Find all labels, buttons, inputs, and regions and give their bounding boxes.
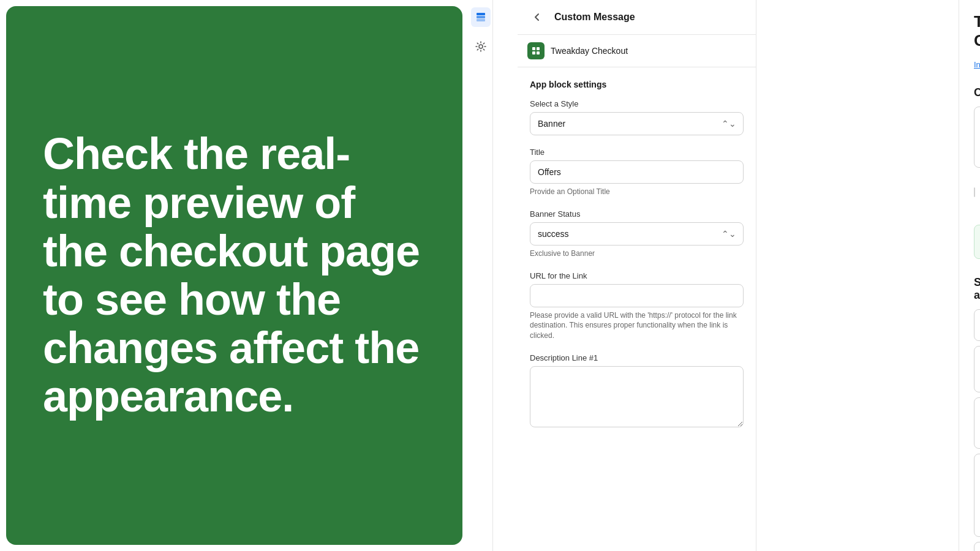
toolbar-title: Custom Message (554, 12, 635, 23)
offers-banner: ✓ Offers (974, 225, 980, 259)
style-select[interactable]: Banner Inline Popup (530, 112, 744, 135)
desc-label: Description Line #1 (530, 353, 744, 362)
title-hint: Provide an Optional Title (530, 187, 744, 197)
database-icon[interactable] (471, 7, 491, 27)
settings-panel: Custom Message Tweakday Checkout App blo… (518, 0, 756, 551)
hero-panel: Check the real-time preview of the check… (6, 6, 462, 545)
svg-rect-4 (532, 47, 535, 50)
gear-icon[interactable] (471, 37, 491, 56)
style-field-group: Select a Style Banner Inline Popup ⌃⌄ (530, 99, 744, 135)
title-field-group: Title Provide an Optional Title (530, 148, 744, 197)
style-select-wrapper: Banner Inline Popup ⌃⌄ (530, 112, 744, 135)
app-info-row: Tweakday Checkout (518, 35, 756, 67)
svg-rect-6 (532, 51, 535, 54)
hero-text: Check the real-time preview of the check… (43, 130, 426, 421)
svg-rect-2 (477, 19, 485, 21)
city-field-box[interactable]: City New Delhi (974, 542, 980, 551)
title-input[interactable] (530, 160, 744, 184)
banner-status-select[interactable]: success warning error info (530, 222, 744, 246)
url-label: URL for the Link (530, 271, 744, 280)
banner-status-select-wrapper: success warning error info ⌃⌄ (530, 222, 744, 246)
apt-field-box[interactable]: Apartment, suite, etc. (optional) Lal Qi… (974, 454, 980, 537)
email-field-box[interactable]: Email or mobile phone number grantkautze… (974, 107, 980, 168)
svg-rect-7 (537, 51, 540, 54)
url-input[interactable] (530, 284, 744, 307)
desc-textarea[interactable] (530, 366, 744, 427)
settings-content: App block settings Select a Style Banner… (518, 67, 756, 551)
banner-status-label: Banner Status (530, 209, 744, 219)
title-label: Title (530, 148, 744, 157)
url-hint: Please provide a valid URL with the 'htt… (530, 310, 744, 341)
style-label: Select a Style (530, 99, 744, 108)
settings-toolbar: Custom Message (518, 0, 756, 35)
breadcrumb-information[interactable]: Information (974, 60, 980, 69)
svg-rect-0 (477, 13, 485, 15)
banner-status-hint: Exclusive to Banner (530, 249, 744, 259)
section-title: App block settings (530, 80, 744, 89)
address-field-box[interactable]: Address Netaji Subhash Marg (974, 397, 980, 449)
app-icon (527, 42, 545, 59)
url-field-group: URL for the Link Please provide a valid … (530, 271, 744, 341)
svg-rect-5 (537, 47, 540, 50)
country-field-box[interactable]: Country/Region India (974, 309, 980, 341)
svg-rect-1 (477, 16, 485, 18)
svg-point-3 (479, 45, 483, 48)
app-name: Tweakday Checkout (551, 46, 628, 56)
desc-field-group: Description Line #1 (530, 353, 744, 430)
banner-status-field-group: Banner Status success warning error info… (530, 209, 744, 259)
firstname-field-box[interactable]: First name (optional) Allen (974, 346, 980, 392)
preview-panel: Tweakday Checko Information › Shipping ›… (959, 0, 980, 551)
email-checkbox[interactable] (974, 187, 975, 197)
back-button[interactable] (527, 7, 547, 27)
